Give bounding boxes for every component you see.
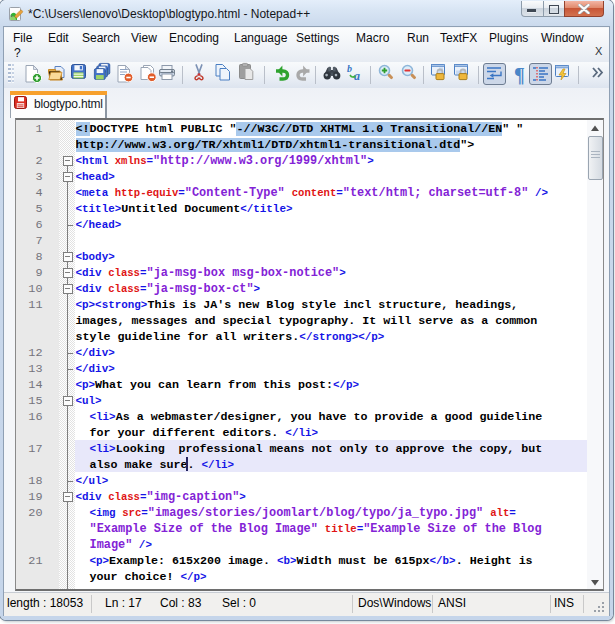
svg-text:b: b bbox=[347, 63, 352, 74]
svg-text:¶: ¶ bbox=[514, 64, 525, 86]
